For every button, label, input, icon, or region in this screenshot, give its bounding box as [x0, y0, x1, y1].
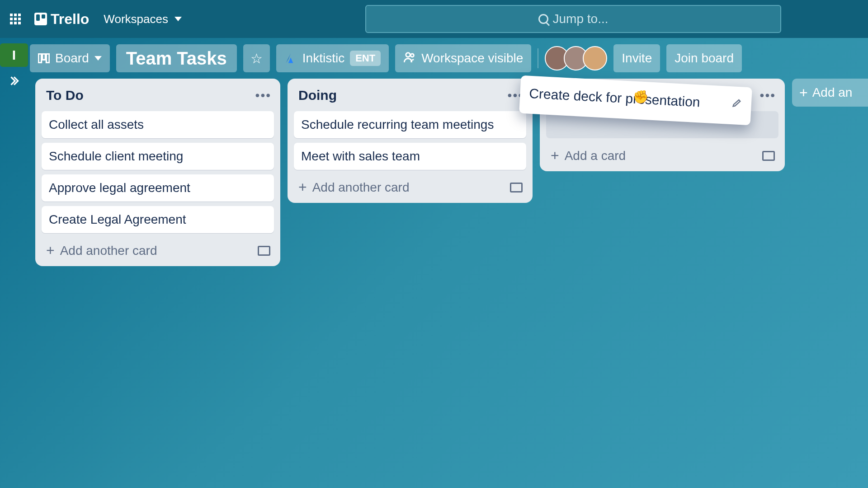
- list-menu-button[interactable]: •••: [255, 88, 271, 103]
- workspaces-label: Workspaces: [104, 12, 168, 26]
- svg-point-3: [406, 52, 410, 56]
- divider: [538, 48, 538, 68]
- avatar[interactable]: [583, 46, 607, 70]
- atlassian-icon: [284, 52, 297, 65]
- card-template-button[interactable]: [258, 246, 270, 256]
- plus-icon: +: [551, 147, 559, 164]
- add-card-button[interactable]: + Add a card: [551, 147, 626, 164]
- add-card-row: + Add a card: [546, 143, 778, 165]
- star-icon: ☆: [250, 51, 263, 66]
- logo-text: Trello: [51, 11, 89, 28]
- workspace-switcher[interactable]: I: [0, 43, 28, 67]
- star-button[interactable]: ☆: [243, 44, 270, 72]
- logo[interactable]: Trello: [34, 11, 89, 28]
- search-input[interactable]: Jump to...: [365, 5, 781, 33]
- top-nav: Trello Workspaces Jump to...: [0, 0, 868, 38]
- visibility-label: Workspace visible: [421, 51, 523, 66]
- add-list-button[interactable]: + Add an: [792, 79, 868, 107]
- join-board-button[interactable]: Join board: [666, 44, 742, 72]
- board-members[interactable]: [545, 46, 607, 70]
- board-view-label: Board: [55, 51, 89, 66]
- card-template-button[interactable]: [510, 183, 523, 192]
- card[interactable]: Schedule recurring team meetings: [294, 111, 526, 138]
- list-header: Doing •••: [294, 86, 526, 107]
- workspace-initial: I: [12, 47, 16, 63]
- search-icon: [538, 14, 548, 24]
- add-card-button[interactable]: + Add another card: [298, 179, 410, 196]
- board-view-switcher[interactable]: Board: [30, 44, 110, 72]
- svg-point-4: [411, 54, 414, 57]
- search-placeholder: Jump to...: [553, 12, 609, 26]
- list-title[interactable]: Doing: [298, 88, 337, 103]
- card[interactable]: Meet with sales team: [294, 143, 526, 170]
- board-title[interactable]: Team Tasks: [116, 44, 237, 72]
- visibility-button[interactable]: Workspace visible: [395, 44, 531, 72]
- list-header: To Do •••: [42, 86, 274, 107]
- chevron-double-right-icon: [8, 75, 20, 87]
- svg-rect-0: [38, 54, 42, 63]
- plus-icon: +: [46, 242, 55, 259]
- apps-icon: [10, 14, 21, 24]
- dragging-card-text: Create deck for presentation: [529, 86, 701, 110]
- board-header: Board Team Tasks ☆ Inktistic ENT Workspa…: [28, 38, 868, 79]
- trello-icon: [34, 13, 47, 25]
- pencil-icon: [731, 97, 743, 112]
- board-icon: [38, 53, 50, 63]
- list-title[interactable]: To Do: [46, 88, 84, 103]
- left-rail: I: [0, 38, 28, 90]
- org-plan-badge: ENT: [350, 51, 381, 66]
- card[interactable]: Approve legal agreement: [42, 174, 274, 202]
- org-name: Inktistic: [302, 51, 344, 66]
- workspaces-dropdown[interactable]: Workspaces: [98, 9, 187, 30]
- org-button[interactable]: Inktistic ENT: [276, 44, 389, 72]
- list-todo: To Do ••• Collect all assets Schedule cl…: [35, 79, 280, 266]
- svg-rect-2: [46, 54, 49, 63]
- chevron-down-icon: [175, 17, 182, 21]
- card[interactable]: Schedule client meeting: [42, 143, 274, 170]
- add-card-row: + Add another card: [42, 238, 274, 260]
- list-doing: Doing ••• Schedule recurring team meetin…: [288, 79, 533, 203]
- card-template-button[interactable]: [762, 151, 775, 161]
- plus-icon: +: [799, 84, 808, 101]
- plus-icon: +: [298, 179, 307, 196]
- expand-sidebar-button[interactable]: [8, 75, 20, 90]
- invite-button[interactable]: Invite: [613, 44, 660, 72]
- board-area: To Do ••• Collect all assets Schedule cl…: [28, 79, 868, 266]
- card[interactable]: Collect all assets: [42, 111, 274, 138]
- chevron-down-icon: [94, 56, 102, 61]
- list-menu-button[interactable]: •••: [760, 88, 776, 103]
- people-icon: [403, 51, 416, 66]
- add-card-button[interactable]: + Add another card: [46, 242, 157, 259]
- apps-button[interactable]: [5, 9, 25, 29]
- svg-rect-1: [42, 54, 46, 60]
- add-card-row: + Add another card: [294, 174, 526, 197]
- card[interactable]: Create Legal Agreement: [42, 206, 274, 233]
- board-row: I Board Team Tasks ☆ Inktistic ENT: [0, 38, 868, 266]
